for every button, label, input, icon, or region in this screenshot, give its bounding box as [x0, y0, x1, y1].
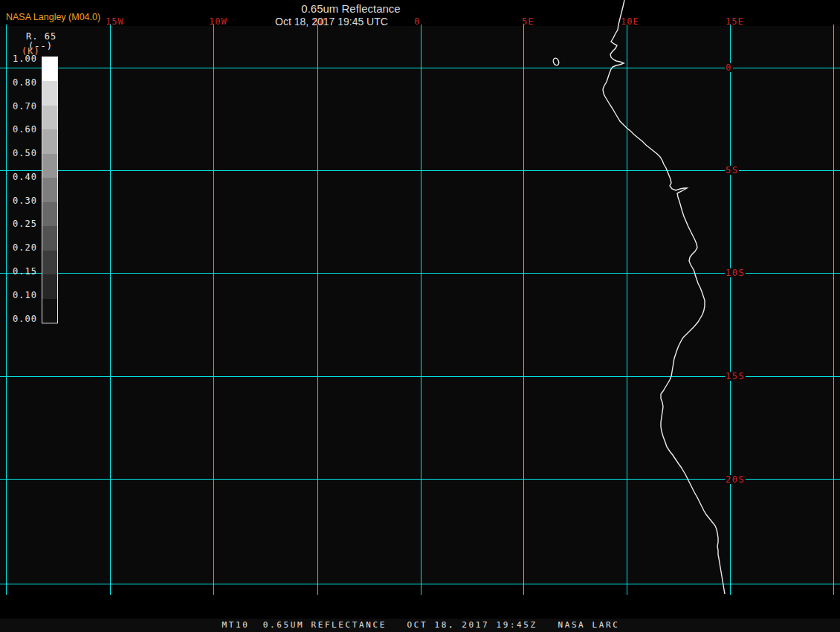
coastline	[603, 0, 725, 594]
colorbar-segment	[42, 106, 57, 129]
colorbar-tick-label: 0.70	[0, 102, 37, 111]
colorbar-tick-label: 0.25	[0, 219, 37, 228]
colorbar-segment	[42, 202, 57, 226]
lat-label-15s: 15S	[725, 372, 746, 381]
colorbar-bar	[42, 57, 58, 323]
colorbar-segment	[42, 299, 57, 323]
lon-label-15e: 15E	[726, 17, 744, 26]
credit-label: NASA Langley (M04.0)	[6, 12, 100, 22]
satellite-image-viewer: NASA Langley (M04.0) 0.65um Reflectance …	[0, 0, 840, 632]
lon-label-10w: 10W	[209, 17, 227, 26]
lon-label-5e: 5E	[522, 17, 534, 26]
colorbar-segment	[42, 178, 57, 201]
colorbar-segment	[42, 129, 57, 153]
colorbar-segment	[42, 154, 57, 178]
colorbar-segment	[42, 81, 57, 105]
lat-label-20s: 20S	[725, 475, 746, 484]
colorbar-tick-label: 0.80	[0, 78, 37, 87]
colorbar-tick-label: 0.15	[0, 267, 37, 276]
lat-label-0: 0	[725, 63, 733, 72]
colorbar-name: R. 65	[26, 32, 56, 41]
colorbar-tick-label: 0.10	[0, 291, 37, 300]
lon-label-0: 0	[414, 17, 420, 26]
timestamp-label: Oct 18, 2017 19:45 UTC	[275, 16, 388, 28]
lon-label-10e: 10E	[621, 17, 639, 26]
colorbar-segment	[42, 274, 57, 298]
colorbar-tick-label: 0.30	[0, 196, 37, 205]
colorbar-tick-label: 1.00	[0, 54, 37, 63]
page-title: 0.65um Reflectance	[301, 2, 400, 15]
footer-status-text: MT10 0.65UM REFLECTANCE OCT 18, 2017 19:…	[222, 620, 620, 630]
lat-label-10s: 10S	[725, 268, 746, 277]
colorbar-tick-label: 0.20	[0, 243, 37, 252]
colorbar-segment	[42, 57, 57, 81]
colorbar-tick-label: 0.60	[0, 125, 37, 134]
colorbar-segment	[42, 251, 57, 274]
colorbar-tick-label: 0.50	[0, 149, 37, 158]
colorbar-segment	[42, 226, 57, 250]
colorbar-tick-label: 0.00	[0, 315, 37, 323]
colorbar-tick-label: 0.40	[0, 172, 37, 181]
map-svg	[0, 0, 840, 632]
lon-label-15w: 15W	[106, 17, 124, 26]
island-outline	[552, 57, 560, 66]
lat-label-5s: 5S	[725, 166, 739, 175]
